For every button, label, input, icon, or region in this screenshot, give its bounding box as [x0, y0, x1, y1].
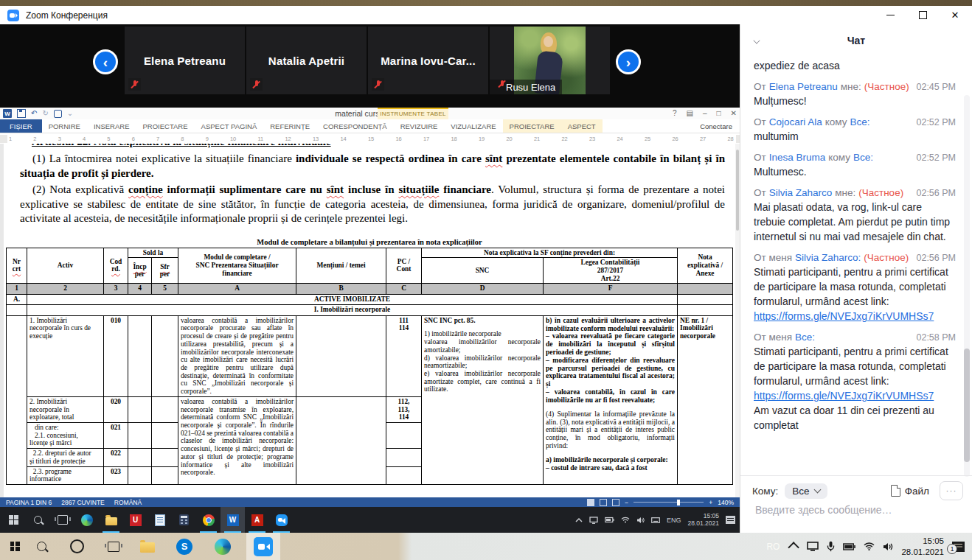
explorer-taskbar-button[interactable]: [133, 533, 162, 560]
battery-icon[interactable]: [843, 543, 855, 550]
edge-taskbar-button[interactable]: [74, 507, 99, 533]
tab-corespondenta[interactable]: CORESPONDENȚĂ: [316, 119, 394, 133]
tab-fisier[interactable]: FIȘIER: [0, 119, 42, 133]
wifi-icon[interactable]: [621, 517, 630, 523]
sign-in-link[interactable]: Conectare: [700, 119, 740, 133]
previous-participants-button[interactable]: ‹: [93, 49, 118, 74]
col-c: PC / Cont: [386, 248, 422, 284]
recipient-selector[interactable]: Все: [785, 483, 827, 499]
participant-tile[interactable]: Marina Iovu-Car...: [368, 27, 488, 94]
document-page[interactable]: Articolul 22. Nota explicativă la situaț…: [4, 144, 735, 497]
zoom-taskbar-button[interactable]: [246, 533, 280, 560]
volume-icon[interactable]: [883, 542, 893, 551]
section-i-row: I. Imobilizări necorporale: [7, 305, 733, 315]
from-label: От: [754, 81, 766, 92]
start-button[interactable]: [0, 533, 29, 560]
zoom-percent[interactable]: 140%: [718, 499, 734, 506]
cortana-button[interactable]: [62, 533, 91, 560]
print-layout-icon[interactable]: [600, 499, 607, 506]
snc-cell: SNC INC pct. 85. 1) imobilizările necorp…: [422, 315, 544, 484]
word-taskbar-button[interactable]: W: [221, 507, 245, 533]
tab-proiectare[interactable]: PROIECTARE: [136, 119, 195, 133]
sender-name: Silvia Zaharco: [769, 187, 833, 198]
word-close-icon[interactable]: ✕: [731, 109, 737, 118]
task-view-button[interactable]: [50, 507, 74, 533]
cont-cell: 112, 113, 114: [386, 396, 422, 422]
tab-inserare[interactable]: INSERARE: [87, 119, 136, 133]
volume-icon[interactable]: [636, 517, 645, 524]
battery-icon[interactable]: [605, 517, 614, 523]
start-button[interactable]: [1, 507, 26, 533]
file-button[interactable]: Файл: [891, 485, 929, 497]
monitor-icon[interactable]: [589, 517, 598, 524]
next-participants-button[interactable]: ›: [616, 49, 641, 74]
message-text: multumim: [754, 129, 956, 144]
language-indicator[interactable]: RO: [766, 542, 780, 552]
status-words[interactable]: 2867 CUVINTE: [61, 499, 105, 506]
tray-clock[interactable]: 15:05 28.01.2021: [687, 513, 719, 528]
screen-share-icon[interactable]: [807, 542, 819, 551]
u-app-taskbar-button[interactable]: U: [123, 507, 147, 533]
message-text: Stimati participanti, pentru a primi cer…: [754, 265, 956, 309]
tab-table-proiectare[interactable]: PROIECTARE: [503, 119, 561, 133]
tab-table-aspect[interactable]: ASPECT: [561, 119, 603, 133]
participant-name: Rusu Elena: [506, 82, 555, 93]
col-snc: SNC: [422, 258, 544, 284]
notification-center-icon[interactable]: 1: [952, 542, 965, 552]
viewer-taskbar-button[interactable]: [147, 507, 172, 533]
skype-taskbar-button[interactable]: S: [170, 533, 199, 560]
help-icon[interactable]: ?: [673, 109, 677, 118]
zoom-in-button[interactable]: +: [709, 499, 712, 506]
chat-scrollbar-thumb[interactable]: [964, 349, 970, 462]
chat-message: ОтSilvia Zaharcoмне:(Частное)02:56 PM Ma…: [754, 187, 956, 244]
sender-name: Cojocari Ala: [769, 116, 822, 127]
word-minimize-icon[interactable]: –: [703, 109, 707, 118]
wifi-icon[interactable]: [864, 542, 875, 550]
tab-aspect-pagina[interactable]: ASPECT PAGINĂ: [195, 119, 264, 133]
incp-cell: [128, 466, 152, 484]
message-link[interactable]: https://forms.gle/NVEJxg7iKrVUMHSs7: [754, 388, 956, 403]
recipient-name: Все:: [795, 332, 815, 343]
search-button[interactable]: [26, 507, 50, 533]
web-layout-icon[interactable]: [612, 499, 619, 506]
tray-expand-icon[interactable]: [788, 542, 800, 553]
read-mode-icon[interactable]: [587, 499, 594, 506]
edge-taskbar-button[interactable]: [208, 533, 237, 560]
explorer-taskbar-button[interactable]: [99, 507, 123, 533]
maximize-button[interactable]: [906, 6, 940, 24]
participant-tile-video[interactable]: Rusu Elena: [490, 27, 610, 94]
notification-center-icon[interactable]: [726, 516, 735, 524]
calculator-taskbar-button[interactable]: [172, 507, 196, 533]
tray-expand-icon[interactable]: [575, 517, 583, 522]
language-indicator[interactable]: ENG: [667, 517, 681, 524]
taskbar-clock[interactable]: 15:05 28.01.2021: [901, 536, 944, 557]
tab-referinte[interactable]: REFERINȚE: [263, 119, 316, 133]
ruler-margin-zone: [0, 135, 7, 143]
zoom-slider[interactable]: [633, 502, 704, 503]
ribbon-options-icon[interactable]: ▤: [687, 109, 693, 118]
zoom-out-button[interactable]: −: [625, 499, 628, 506]
status-page[interactable]: PAGINA 1 DIN 6: [6, 499, 52, 506]
participant-tile[interactable]: Natalia Apetrii: [246, 27, 367, 94]
status-language[interactable]: ROMÂNĂ: [114, 499, 142, 506]
word-restore-icon[interactable]: □: [717, 109, 721, 118]
keyboard-icon[interactable]: [651, 517, 660, 523]
message-input[interactable]: [754, 503, 962, 517]
close-button[interactable]: ✕: [938, 6, 972, 24]
participant-name-label: Rusu Elena: [490, 80, 562, 94]
zoom-taskbar-button[interactable]: [269, 507, 294, 533]
more-button[interactable]: ···: [940, 481, 963, 500]
search-button[interactable]: [27, 533, 56, 560]
idx-cell: 5: [152, 284, 178, 295]
tab-vizualizare[interactable]: VIZUALIZARE: [444, 119, 502, 133]
tab-revizuire[interactable]: REVIZUIRE: [394, 119, 445, 133]
tab-pornire[interactable]: PORNIRE: [42, 119, 87, 133]
microphone-icon[interactable]: [827, 541, 835, 552]
message-link[interactable]: https://forms.gle/NVEJxg7iKrVUMHSs7: [754, 309, 956, 323]
participant-tile[interactable]: Elena Petreanu: [125, 27, 245, 94]
task-view-button[interactable]: [99, 533, 128, 560]
minimize-button[interactable]: [873, 6, 907, 24]
acrobat-taskbar-button[interactable]: A: [245, 507, 269, 533]
notification-badge: 1: [947, 544, 957, 554]
chrome-taskbar-button[interactable]: [196, 507, 221, 533]
